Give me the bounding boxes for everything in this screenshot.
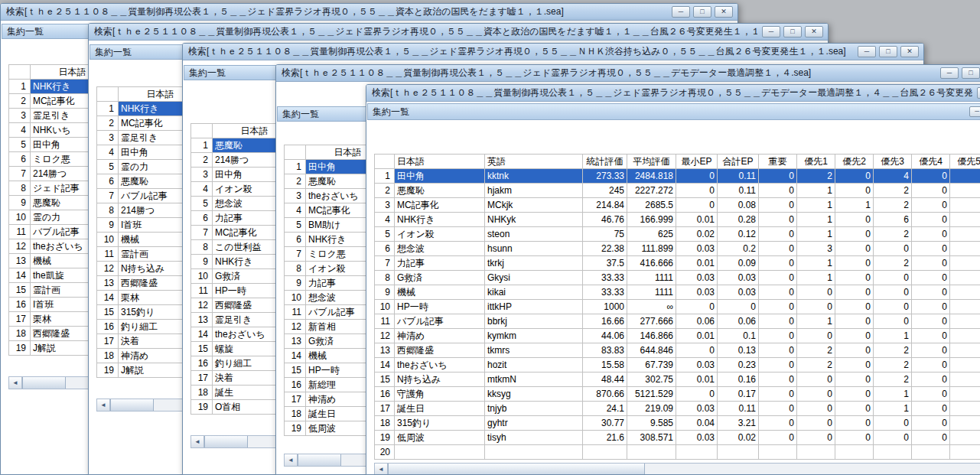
row-number[interactable]: 19 [191,400,213,415]
table-cell[interactable]: 低周波 [395,431,485,445]
row-number[interactable]: 5 [97,160,119,174]
table-cell[interactable]: 0 [950,242,980,256]
row-number[interactable]: 12 [375,329,395,343]
table-cell[interactable]: 0 [912,256,950,271]
table-cell[interactable]: mtkmN [485,373,583,387]
table-cell[interactable]: 3.21 [718,416,759,431]
row-number[interactable]: 11 [285,305,306,320]
row-number[interactable]: 13 [9,254,31,268]
table-cell[interactable]: 0 [759,184,797,198]
table-cell[interactable] [759,445,797,460]
table-cell[interactable]: 0 [797,300,835,314]
table-cell[interactable]: 0 [912,213,950,227]
table-row[interactable]: 11バブル記事bbrkj16.66277.6660.060.06010000 [375,314,980,329]
table-cell[interactable]: 0.01 [676,256,718,271]
row-number[interactable]: 2 [285,174,306,189]
table-row[interactable]: 10HP一時ittkHP1000∞00000000 [375,300,980,314]
table-cell[interactable]: 0 [759,300,797,314]
row-number[interactable]: 8 [191,240,213,255]
row-number[interactable]: 18 [97,349,119,363]
table-cell[interactable]: 0 [835,329,874,343]
table-cell[interactable]: 22.38 [583,242,627,256]
table-cell[interactable] [874,445,912,460]
row-number[interactable]: 2 [9,94,31,109]
row-number[interactable]: 7 [375,256,395,271]
table-cell[interactable]: 0 [835,373,874,387]
minimize-button[interactable]: ─ [762,26,780,37]
table-cell[interactable]: 75 [583,227,627,242]
table-cell[interactable]: 1 [835,198,874,213]
row-number[interactable]: 19 [285,421,306,436]
table-row[interactable]: 16守護角kksyg870.665121.52900.17000100 [375,387,980,402]
row-number[interactable]: 18 [285,407,306,421]
table-cell[interactable]: 0.03 [718,285,759,300]
table-cell[interactable]: ittkHP [485,300,583,314]
table-cell[interactable]: 2484.818 [627,169,676,184]
table-cell[interactable]: 0 [912,271,950,285]
table-cell[interactable]: 37.5 [583,256,627,271]
table-cell[interactable]: 悪魔恥 [395,184,485,198]
table-row[interactable]: 13西郷隆盛tkmrs83.83644.84600.13020200 [375,343,980,358]
row-number[interactable]: 10 [285,291,306,305]
row-number[interactable]: 3 [285,189,306,203]
table-cell[interactable]: 機械 [395,285,485,300]
table-cell[interactable]: 0 [874,242,912,256]
table-cell[interactable]: 15.58 [583,358,627,373]
table-cell[interactable]: 0 [912,242,950,256]
row-number[interactable]: 3 [97,131,119,145]
row-number[interactable]: 9 [375,285,395,300]
table-cell[interactable]: 644.846 [627,343,676,358]
table-cell[interactable]: 2 [874,256,912,271]
table-cell[interactable]: 416.666 [627,256,676,271]
row-number[interactable]: 15 [191,342,213,356]
table-row[interactable]: 8G救済Gkysi33.3311110.030.03010000 [375,271,980,285]
table-cell[interactable] [797,445,835,460]
table-cell[interactable]: 0 [759,198,797,213]
table-cell[interactable]: 0 [718,300,759,314]
table-cell[interactable]: 24.1 [583,402,627,416]
row-number[interactable]: 1 [9,80,31,94]
table-cell[interactable]: 0 [950,416,980,431]
row-number[interactable]: 6 [191,211,213,226]
table-cell[interactable]: 1111 [627,271,676,285]
scroll-left-button[interactable]: ◄ [97,399,110,411]
table-cell[interactable]: theおざいち [395,358,485,373]
row-number[interactable]: 11 [191,284,213,298]
table-cell[interactable]: 0 [759,358,797,373]
table-cell[interactable]: 30.77 [583,416,627,431]
table-cell[interactable]: 2 [874,227,912,242]
table-cell[interactable]: 0.11 [718,169,759,184]
table-cell[interactable]: 0 [797,431,835,445]
row-number[interactable]: 13 [375,343,395,358]
table-cell[interactable]: 0 [759,169,797,184]
maximize-button[interactable]: □ [879,46,897,57]
table-cell[interactable]: 0.11 [718,184,759,198]
table-cell[interactable]: 0 [950,431,980,445]
row-number[interactable]: 14 [375,358,395,373]
table-cell[interactable]: 0 [835,285,874,300]
row-number[interactable]: 15 [375,373,395,387]
table-cell[interactable]: 48.44 [583,373,627,387]
row-number[interactable]: 10 [375,300,395,314]
table-cell[interactable]: bbrkj [485,314,583,329]
table-row[interactable]: 14theおざいちhozit15.5867.7390.030.23020200 [375,358,980,373]
table-cell[interactable]: 0 [759,387,797,402]
table-cell[interactable]: 力記事 [395,256,485,271]
row-number[interactable]: 8 [97,203,119,218]
table-cell[interactable]: hjakm [485,184,583,198]
table-cell[interactable]: 誕生日 [395,402,485,416]
row-number[interactable]: 10 [191,269,213,284]
table-cell[interactable]: 0 [950,314,980,329]
row-number[interactable]: 9 [285,276,306,291]
table-cell[interactable]: 守護角 [395,387,485,402]
table-cell[interactable]: 西郷隆盛 [395,343,485,358]
row-number[interactable]: 11 [97,247,119,262]
row-number[interactable]: 8 [375,271,395,285]
table-cell[interactable]: 273.33 [583,169,627,184]
table-cell[interactable]: バブル記事 [395,314,485,329]
table-row[interactable]: 7力記事tkrkj37.5416.6660.010.09010200 [375,256,980,271]
table-cell[interactable]: 0.2 [718,242,759,256]
table-cell[interactable]: 0 [759,402,797,416]
scrollbar-thumb[interactable] [388,464,645,475]
row-number[interactable]: 7 [97,189,119,203]
